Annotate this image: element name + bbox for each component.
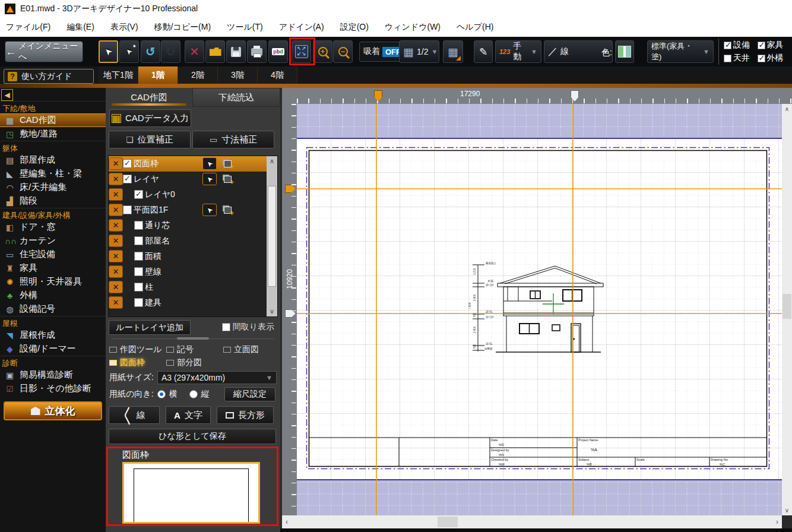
scroll-up-icon[interactable]: ∧ xyxy=(270,157,274,165)
layer-visibility-checkbox[interactable] xyxy=(134,298,143,307)
menu-move-copy[interactable]: 移動/コピー(M) xyxy=(154,22,211,33)
horizontal-scrollbar[interactable]: ‹ › xyxy=(282,515,782,528)
orientation-landscape-radio[interactable] xyxy=(157,390,166,398)
scrollbar-thumb[interactable] xyxy=(268,186,276,287)
sidebar-item-room-create[interactable]: ▤部屋作成 xyxy=(0,153,106,167)
tab-underlay-import[interactable]: 下絵読込 xyxy=(192,88,280,107)
sidebar-collapse-button[interactable]: ◀ xyxy=(1,89,13,101)
layer-copy-icon[interactable] xyxy=(220,157,235,170)
layer-delete-icon[interactable] xyxy=(109,250,123,262)
color-scheme-dropdown[interactable]: 標準(家具・塗) ▼ xyxy=(647,40,714,63)
sidebar-item-lighting[interactable]: ✺照明・天井器具 xyxy=(0,275,106,289)
menu-addin[interactable]: アドイン(A) xyxy=(279,22,324,33)
layer-visibility-checkbox[interactable] xyxy=(134,190,143,199)
scroll-down-icon[interactable]: ∨ xyxy=(785,507,789,514)
menu-window[interactable]: ウィンドウ(W) xyxy=(385,22,441,33)
checkbox-equipment[interactable]: 設備 xyxy=(724,40,758,50)
layer-row-plan1f[interactable]: − 平面図1F ➤ xyxy=(109,202,277,218)
dimension-mode-dropdown[interactable]: 123 手動 ▼ xyxy=(495,40,541,63)
category-draw-tools[interactable]: 作図ツール xyxy=(109,344,166,355)
layer-delete-icon[interactable] xyxy=(109,219,123,232)
layer-delete-icon[interactable] xyxy=(109,265,123,278)
layer-delete-icon[interactable] xyxy=(109,235,123,247)
category-elevation[interactable]: 立面図 xyxy=(223,344,280,355)
layer-visibility-checkbox[interactable] xyxy=(134,236,143,245)
layer-delete-icon[interactable] xyxy=(109,204,123,216)
frame-preview-thumbnail[interactable] xyxy=(122,462,260,524)
position-correct-button[interactable]: ❏ 位置補正 xyxy=(109,131,191,148)
layer-pick-icon[interactable]: ➤ xyxy=(202,157,217,170)
scroll-left-icon[interactable]: ‹ xyxy=(286,518,288,526)
layer-list-scrollbar[interactable]: ∧ ∨ xyxy=(267,156,277,316)
layer-row-grid-axis[interactable]: 通り芯 xyxy=(109,218,277,233)
layer-visibility-checkbox[interactable] xyxy=(134,221,143,230)
layer-visibility-checkbox[interactable] xyxy=(123,205,132,214)
layer-row-frame[interactable]: 図面枠 ➤ xyxy=(109,156,277,172)
fit-to-screen-button[interactable]: ↖↗↙↘ xyxy=(292,40,311,63)
redo-button[interactable]: ↻ xyxy=(161,40,180,63)
checkbox-furniture[interactable]: 家具 xyxy=(758,40,791,50)
layer-row-pillar[interactable]: 柱 xyxy=(109,280,277,295)
zoom-out-button[interactable]: − xyxy=(333,40,353,63)
menu-help[interactable]: ヘルプ(H) xyxy=(457,22,493,33)
layer-row-layer[interactable]: − レイヤ ➤ xyxy=(109,172,277,187)
tab-floor-1[interactable]: 1階 xyxy=(138,66,178,84)
save-as-template-button[interactable]: ひな形として保存 xyxy=(109,429,276,444)
scrollbar-thumb[interactable] xyxy=(438,517,458,527)
layer-row-layer0[interactable]: レイヤ0 xyxy=(109,187,277,202)
category-partial-drawing[interactable]: 部分図 xyxy=(166,357,223,368)
layer-delete-icon[interactable] xyxy=(109,157,123,170)
layer-visibility-checkbox[interactable] xyxy=(123,175,132,183)
layer-row-wall-line[interactable]: 壁線 xyxy=(109,264,277,280)
layer-pick-icon[interactable]: ➤ xyxy=(202,173,217,185)
layer-visibility-checkbox[interactable] xyxy=(123,159,132,168)
open-file-button[interactable] xyxy=(205,40,225,63)
menu-view[interactable]: 表示(V) xyxy=(110,22,138,33)
multi-select-tool-button[interactable]: ➤✦ xyxy=(119,40,139,63)
sidebar-item-housing-equipment[interactable]: ▭住宅設備 xyxy=(0,248,106,261)
dimension-correct-button[interactable]: ▭ 寸法補正 xyxy=(192,131,274,148)
delete-button[interactable]: ✕ xyxy=(185,40,204,63)
sidebar-item-cad-drawing[interactable]: ▦CAD作図 xyxy=(0,113,106,127)
menu-tools[interactable]: ツール(T) xyxy=(227,22,263,33)
menu-settings[interactable]: 設定(O) xyxy=(340,22,369,33)
scale-setting-button[interactable]: 縮尺設定 xyxy=(224,387,275,401)
vertical-ruler[interactable]: 10920 xyxy=(282,104,297,515)
draw-line-button[interactable]: 〱線 xyxy=(109,406,160,424)
layer-delete-icon[interactable] xyxy=(109,281,123,293)
cad-data-input-button[interactable]: ▦ CADデータ入力 xyxy=(109,109,191,127)
tab-floor-3[interactable]: 3階 xyxy=(218,66,258,84)
sidebar-item-shadow-diagnosis[interactable]: ☑日影・その他診断 xyxy=(0,382,106,395)
tab-basement-1f[interactable]: 地下1階 xyxy=(99,66,138,84)
add-root-layer-button[interactable]: ルートレイヤ追加 xyxy=(109,320,191,335)
sidebar-item-exterior[interactable]: ♣外構 xyxy=(0,289,106,302)
orientation-portrait-radio[interactable] xyxy=(189,390,198,398)
layer-row-room-name[interactable]: 部屋名 xyxy=(109,233,277,249)
scroll-up-icon[interactable]: ∧ xyxy=(785,106,789,112)
scrollbar-thumb[interactable] xyxy=(783,294,791,319)
sidebar-item-wall-edit[interactable]: ◣壁編集・柱・梁 xyxy=(0,167,106,180)
draw-rectangle-button[interactable]: 長方形 xyxy=(217,406,274,424)
drawing-sheet[interactable]: Date %D Designed by %N Checked by %M Pro… xyxy=(297,104,782,515)
layer-delete-icon[interactable] xyxy=(109,188,123,201)
sidebar-item-structure-diagnosis[interactable]: ▣簡易構造診断 xyxy=(0,368,106,382)
solidify-3d-button[interactable]: 立体化 xyxy=(4,401,102,420)
tab-floor-4[interactable]: 4階 xyxy=(258,66,297,84)
paper-size-dropdown[interactable]: A3 (297x420mm) ▼ xyxy=(157,371,277,384)
color-plan-button[interactable] xyxy=(615,40,634,63)
select-tool-button[interactable]: ➤ xyxy=(99,40,118,63)
menu-edit[interactable]: 編集(E) xyxy=(66,22,94,33)
layer-row-fittings[interactable]: 建具 xyxy=(109,295,277,311)
sidebar-item-equipment-symbol[interactable]: ◍設備記号 xyxy=(0,302,106,316)
layer-delete-icon[interactable] xyxy=(109,173,123,185)
layer-row-area[interactable]: 面積 xyxy=(109,249,277,264)
category-symbols[interactable]: 記号 xyxy=(166,344,223,355)
draw-text-button[interactable]: A文字 xyxy=(166,406,211,424)
usage-guide-button[interactable]: ? 使い方ガイド xyxy=(4,69,94,84)
grid-angle-button[interactable]: ▦ xyxy=(443,40,463,63)
grid-scale-dropdown[interactable]: ▦ 1/2 ▼ xyxy=(399,40,439,63)
sidebar-item-dormer[interactable]: ◆設備/ドーマー xyxy=(0,342,106,356)
pbd-export-button[interactable]: pbd xyxy=(268,40,288,63)
checkbox-ceiling[interactable]: 天井 xyxy=(724,53,758,64)
save-button[interactable] xyxy=(226,40,246,63)
